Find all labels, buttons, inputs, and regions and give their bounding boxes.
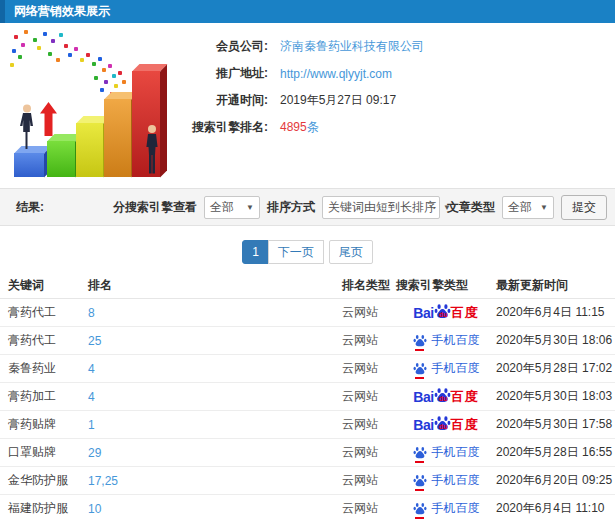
- filter-bar: 结果: 分搜索引擎查看 全部 ▼ 排序方式 关键词由短到长排序 ▼ 文章类型 全…: [0, 188, 615, 226]
- table-row: 膏药代工 25 云网站 Bai du 百度 手机百度 2020年5月30日 18…: [0, 327, 615, 355]
- engine-cell: Bai du 百度 手机百度: [396, 500, 496, 517]
- hero-section: 会员公司: 济南秦鲁药业科技有限公司 推广地址: http://www.qlyy…: [0, 23, 615, 188]
- baidu-logo: Bai du 百度: [413, 303, 478, 322]
- engine-filter-select[interactable]: 全部 ▼: [204, 196, 260, 219]
- title-bar: 网络营销效果展示: [0, 0, 615, 23]
- engine-filter-label: 分搜索引擎查看: [113, 199, 197, 216]
- businessman-left-figure: [17, 104, 37, 153]
- engine-cell: Bai du 百度 手机百度: [396, 415, 496, 434]
- chart-bar-green: [47, 141, 75, 177]
- header-keyword: 关键词: [8, 277, 88, 294]
- updated-cell: 2020年6月4日 11:10: [496, 500, 615, 517]
- baidu-paw-icon: du: [434, 303, 451, 320]
- rank-link[interactable]: 4: [88, 362, 342, 376]
- article-type-select[interactable]: 全部 ▼: [502, 196, 554, 219]
- chart-bar-yellow: [76, 123, 103, 177]
- mobile-baidu-logo: 手机百度: [413, 444, 480, 461]
- rank-link[interactable]: 10: [88, 502, 342, 516]
- rank-type-cell: 云网站: [342, 444, 396, 461]
- mobile-baidu-logo: 手机百度: [413, 472, 480, 489]
- sort-select[interactable]: 关键词由短到长排序 ▼: [322, 196, 440, 219]
- header-engine-type: 搜索引擎类型: [396, 277, 496, 294]
- engine-cell: Bai du 百度 手机百度: [396, 472, 496, 489]
- engine-cell: Bai du 百度 手机百度: [396, 387, 496, 406]
- baidu-paw-icon: du: [434, 387, 451, 404]
- article-type-label: 文章类型: [447, 199, 495, 216]
- updated-cell: 2020年6月20日 09:25: [496, 472, 615, 489]
- promotion-url-label: 推广地址:: [176, 65, 268, 82]
- engine-cell: Bai du 百度 手机百度: [396, 303, 496, 322]
- rank-link[interactable]: 4: [88, 390, 342, 404]
- info-row-opened: 开通时间: 2019年5月27日 09:17: [176, 87, 609, 114]
- rank-link[interactable]: 17,25: [88, 474, 342, 488]
- keyword-cell: 口罩贴牌: [8, 444, 88, 461]
- baidu-logo: Bai du 百度: [413, 415, 478, 434]
- title-bar-edge: [0, 0, 5, 23]
- table-row: 口罩贴牌 29 云网站 Bai du 百度 手机百度 2020年5月28日 16…: [0, 439, 615, 467]
- filter-controls: 分搜索引擎查看 全部 ▼ 排序方式 关键词由短到长排序 ▼ 文章类型 全部 ▼ …: [113, 195, 607, 220]
- result-label: 结果:: [16, 199, 44, 216]
- chevron-down-icon: ▼: [239, 203, 254, 212]
- next-page-button[interactable]: 下一页: [268, 240, 324, 264]
- rank-type-cell: 云网站: [342, 500, 396, 517]
- last-page-button[interactable]: 尾页: [329, 240, 373, 264]
- sort-label: 排序方式: [267, 199, 315, 216]
- info-row-rank: 搜索引擎排名: 4895条: [176, 114, 609, 141]
- engine-rank-count: 4895: [280, 120, 307, 134]
- info-row-url: 推广地址: http://www.qlyyjt.com: [176, 60, 609, 87]
- keyword-cell: 秦鲁药业: [8, 360, 88, 377]
- rank-link[interactable]: 8: [88, 306, 342, 320]
- red-arrow-up-icon: [40, 102, 57, 139]
- mobile-baidu-logo: 手机百度: [413, 500, 480, 517]
- keyword-cell: 膏药代工: [8, 332, 88, 349]
- updated-cell: 2020年5月28日 16:55: [496, 444, 615, 461]
- updated-cell: 2020年5月30日 18:06: [496, 332, 615, 349]
- header-rank-type: 排名类型: [342, 277, 396, 294]
- keyword-cell: 膏药代工: [8, 304, 88, 321]
- keyword-cell: 膏药贴牌: [8, 416, 88, 433]
- table-row: 膏药代工 8 云网站 Bai du 百度 手机百度 2020年6月4日 11:1…: [0, 299, 615, 327]
- chart-bar-blue: [14, 153, 44, 177]
- chart-bar-orange: [104, 99, 131, 177]
- company-link[interactable]: 济南秦鲁药业科技有限公司: [280, 39, 424, 53]
- rank-link[interactable]: 25: [88, 334, 342, 348]
- updated-cell: 2020年5月28日 17:02: [496, 360, 615, 377]
- rank-link[interactable]: 1: [88, 418, 342, 432]
- table-row: 秦鲁药业 4 云网站 Bai du 百度 手机百度 2020年5月28日 17:…: [0, 355, 615, 383]
- rank-type-cell: 云网站: [342, 416, 396, 433]
- rank-type-cell: 云网站: [342, 332, 396, 349]
- mobile-baidu-logo: 手机百度: [413, 332, 480, 349]
- rank-type-cell: 云网站: [342, 472, 396, 489]
- engine-rank-unit: 条: [307, 120, 319, 134]
- mobile-baidu-paw-icon: [413, 474, 427, 488]
- engine-cell: Bai du 百度 手机百度: [396, 360, 496, 377]
- table-row: 福建防护服 10 云网站 Bai du 百度 手机百度 2020年6月4日 11…: [0, 495, 615, 520]
- marketing-illustration: [4, 27, 174, 185]
- rank-link[interactable]: 29: [88, 446, 342, 460]
- opened-time-label: 开通时间:: [176, 92, 268, 109]
- header-updated: 最新更新时间: [496, 277, 615, 294]
- mobile-baidu-logo: 手机百度: [413, 360, 480, 377]
- promotion-url-link[interactable]: http://www.qlyyjt.com: [280, 67, 392, 81]
- chevron-down-icon: ▼: [533, 203, 548, 212]
- table-header-row: 关键词 排名 排名类型 搜索引擎类型 最新更新时间: [0, 273, 615, 299]
- rank-type-cell: 云网站: [342, 360, 396, 377]
- keyword-cell: 膏药加工: [8, 388, 88, 405]
- engine-rank-label: 搜索引擎排名:: [176, 119, 268, 136]
- info-row-company: 会员公司: 济南秦鲁药业科技有限公司: [176, 33, 609, 60]
- engine-cell: Bai du 百度 手机百度: [396, 444, 496, 461]
- table-row: 膏药贴牌 1 云网站 Bai du 百度 手机百度 2020年5月30日 17:…: [0, 411, 615, 439]
- opened-time-value: 2019年5月27日 09:17: [280, 92, 396, 109]
- rank-type-cell: 云网站: [342, 304, 396, 321]
- keyword-cell: 福建防护服: [8, 500, 88, 517]
- results-table: 关键词 排名 排名类型 搜索引擎类型 最新更新时间 膏药代工 8 云网站 Bai…: [0, 273, 615, 520]
- page-1-button[interactable]: 1: [242, 240, 269, 264]
- rank-type-cell: 云网站: [342, 388, 396, 405]
- updated-cell: 2020年6月4日 11:15: [496, 304, 615, 321]
- mobile-baidu-paw-icon: [413, 446, 427, 460]
- mobile-baidu-paw-icon: [413, 502, 427, 516]
- baidu-logo: Bai du 百度: [413, 387, 478, 406]
- submit-button[interactable]: 提交: [561, 195, 607, 220]
- engine-cell: Bai du 百度 手机百度: [396, 332, 496, 349]
- baidu-paw-icon: du: [434, 415, 451, 432]
